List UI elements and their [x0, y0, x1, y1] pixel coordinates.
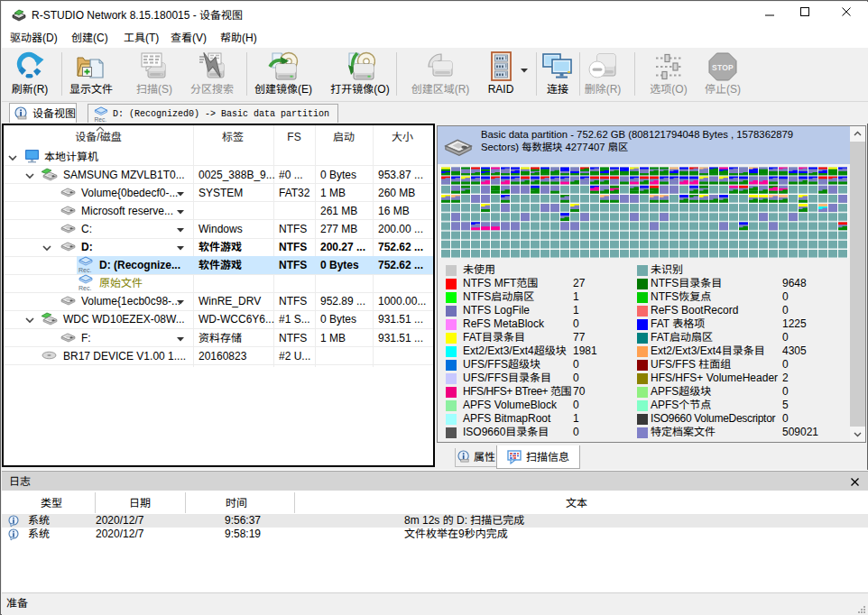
svg-text:Rec.: Rec.: [94, 116, 106, 123]
svg-text:Rec.: Rec.: [78, 285, 91, 291]
svg-text:Rec.: Rec.: [78, 267, 91, 273]
svg-text:STOP: STOP: [712, 63, 734, 72]
